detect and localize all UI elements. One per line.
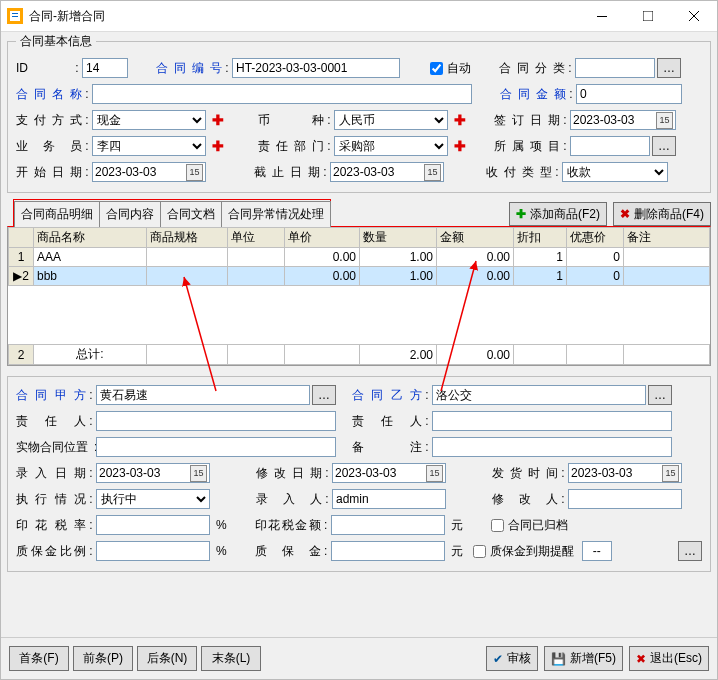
calendar-icon[interactable]: 15 bbox=[426, 465, 443, 482]
calendar-icon[interactable]: 15 bbox=[186, 164, 203, 181]
start-date-input[interactable]: 2023-03-0315 bbox=[92, 162, 206, 182]
table-row[interactable]: ▶2bbb0.001.000.0010 bbox=[9, 267, 710, 286]
rptype-label: 收付类型 bbox=[486, 164, 552, 181]
grid-col-header[interactable]: 商品规格 bbox=[147, 228, 228, 248]
currency-select[interactable]: 人民币 bbox=[334, 110, 448, 130]
nav-last-button[interactable]: 末条(L) bbox=[201, 646, 261, 671]
partyA-lookup-button[interactable]: … bbox=[312, 385, 336, 405]
basic-info-group: 合同基本信息 ID: 合同编号: 自动 合同分类: … 合同名称: 合同金额: bbox=[7, 33, 711, 193]
id-input[interactable] bbox=[82, 58, 128, 78]
exit-button[interactable]: ✖退出(Esc) bbox=[629, 646, 709, 671]
project-input[interactable] bbox=[570, 136, 650, 156]
respB-label: 责 任 人 bbox=[352, 413, 422, 430]
tab-content[interactable]: 合同内容 bbox=[99, 201, 161, 227]
nav-next-button[interactable]: 后条(N) bbox=[137, 646, 197, 671]
grid-col-header[interactable]: 金额 bbox=[437, 228, 514, 248]
sign-date-input[interactable]: 2023-03-0315 bbox=[570, 110, 676, 130]
respB-input[interactable] bbox=[432, 411, 672, 431]
pay-label: 支付方式 bbox=[16, 112, 82, 129]
basic-info-legend: 合同基本信息 bbox=[16, 33, 96, 50]
remark-input[interactable] bbox=[432, 437, 672, 457]
project-lookup-button[interactable]: … bbox=[652, 136, 676, 156]
grid-col-header[interactable]: 优惠价 bbox=[567, 228, 624, 248]
loc-input[interactable] bbox=[96, 437, 336, 457]
auto-checkbox[interactable] bbox=[430, 62, 443, 75]
calendar-icon[interactable]: 15 bbox=[424, 164, 441, 181]
grid-col-header[interactable]: 折扣 bbox=[514, 228, 567, 248]
app-icon bbox=[7, 8, 23, 24]
minimize-button[interactable] bbox=[579, 1, 625, 31]
audit-button[interactable]: ✔审核 bbox=[486, 646, 538, 671]
category-lookup-button[interactable]: … bbox=[657, 58, 681, 78]
x-icon: ✖ bbox=[620, 207, 630, 221]
partyB-input[interactable] bbox=[432, 385, 646, 405]
ship-date-input[interactable]: 2023-03-0315 bbox=[568, 463, 682, 483]
stamp-rate-input[interactable] bbox=[96, 515, 210, 535]
margin-label: 质 保 金 bbox=[255, 543, 321, 560]
dept-select[interactable]: 采购部 bbox=[334, 136, 448, 156]
svg-rect-3 bbox=[12, 16, 18, 17]
amount-input[interactable] bbox=[576, 84, 682, 104]
amount-label: 合同金额 bbox=[500, 86, 566, 103]
grid-col-header[interactable]: 商品名称 bbox=[34, 228, 147, 248]
tab-docs[interactable]: 合同文档 bbox=[160, 201, 222, 227]
svg-rect-2 bbox=[12, 13, 18, 14]
margin-remind-label: 质保金到期提醒 bbox=[490, 543, 574, 560]
name-input[interactable] bbox=[92, 84, 472, 104]
pay-select[interactable]: 现金 bbox=[92, 110, 206, 130]
more-button[interactable]: … bbox=[678, 541, 702, 561]
pct-label: % bbox=[216, 518, 227, 532]
modifier-input[interactable] bbox=[568, 489, 682, 509]
calendar-icon[interactable]: 15 bbox=[662, 465, 679, 482]
svg-rect-4 bbox=[597, 16, 607, 17]
add-product-button[interactable]: ✚ 添加商品(F2) bbox=[509, 202, 607, 226]
grid-col-header[interactable]: 单价 bbox=[285, 228, 360, 248]
tab-goods-detail[interactable]: 合同商品明细 bbox=[14, 201, 100, 227]
margin-rate-input[interactable] bbox=[96, 541, 210, 561]
grid-col-header[interactable]: 数量 bbox=[360, 228, 437, 248]
margin-remind-input[interactable] bbox=[582, 541, 612, 561]
exec-label: 执行情况 bbox=[16, 491, 86, 508]
grid-col-header[interactable]: 备注 bbox=[624, 228, 710, 248]
partyA-input[interactable] bbox=[96, 385, 310, 405]
nav-prev-button[interactable]: 前条(P) bbox=[73, 646, 133, 671]
maximize-button[interactable] bbox=[625, 1, 671, 31]
exec-select[interactable]: 执行中 bbox=[96, 489, 210, 509]
add-currency-icon[interactable]: ✚ bbox=[454, 112, 466, 128]
exit-icon: ✖ bbox=[636, 652, 646, 666]
margin-remind-checkbox[interactable] bbox=[473, 545, 486, 558]
input-date-input[interactable]: 2023-03-0315 bbox=[96, 463, 210, 483]
delete-product-button[interactable]: ✖ 删除商品(F4) bbox=[613, 202, 711, 226]
sign-label: 签订日期 bbox=[494, 112, 560, 129]
add-pay-icon[interactable]: ✚ bbox=[212, 112, 224, 128]
respA-input[interactable] bbox=[96, 411, 336, 431]
tab-exceptions[interactable]: 合同异常情况处理 bbox=[221, 201, 331, 227]
end-date-input[interactable]: 2023-03-0315 bbox=[330, 162, 444, 182]
partyB-lookup-button[interactable]: … bbox=[648, 385, 672, 405]
new-button[interactable]: 💾新增(F5) bbox=[544, 646, 623, 671]
archived-checkbox[interactable] bbox=[491, 519, 504, 532]
entry-input[interactable] bbox=[332, 489, 446, 509]
stamp-amount-input[interactable] bbox=[331, 515, 445, 535]
table-row[interactable]: 1AAA0.001.000.0010 bbox=[9, 248, 710, 267]
window-title: 合同-新增合同 bbox=[29, 8, 579, 25]
product-grid[interactable]: 商品名称商品规格单位单价数量金额折扣优惠价备注1AAA0.001.000.001… bbox=[7, 226, 711, 366]
margin-input[interactable] bbox=[331, 541, 445, 561]
calendar-icon[interactable]: 15 bbox=[656, 112, 673, 129]
partyA-label: 合同甲方 bbox=[16, 387, 86, 404]
calendar-icon[interactable]: 15 bbox=[190, 465, 207, 482]
remark-label: 备 注 bbox=[352, 439, 422, 456]
nav-first-button[interactable]: 首条(F) bbox=[9, 646, 69, 671]
add-sales-icon[interactable]: ✚ bbox=[212, 138, 224, 154]
sales-label: 业 务 员 bbox=[16, 138, 82, 155]
save-icon: 💾 bbox=[551, 652, 566, 666]
category-input[interactable] bbox=[575, 58, 655, 78]
close-button[interactable] bbox=[671, 1, 717, 31]
add-dept-icon[interactable]: ✚ bbox=[454, 138, 466, 154]
rptype-select[interactable]: 收款 bbox=[562, 162, 668, 182]
modify-date-input[interactable]: 2023-03-0315 bbox=[332, 463, 446, 483]
margin-rate-label: 质保金比例 bbox=[16, 543, 86, 560]
sales-select[interactable]: 李四 bbox=[92, 136, 206, 156]
code-input[interactable] bbox=[232, 58, 400, 78]
grid-col-header[interactable]: 单位 bbox=[228, 228, 285, 248]
